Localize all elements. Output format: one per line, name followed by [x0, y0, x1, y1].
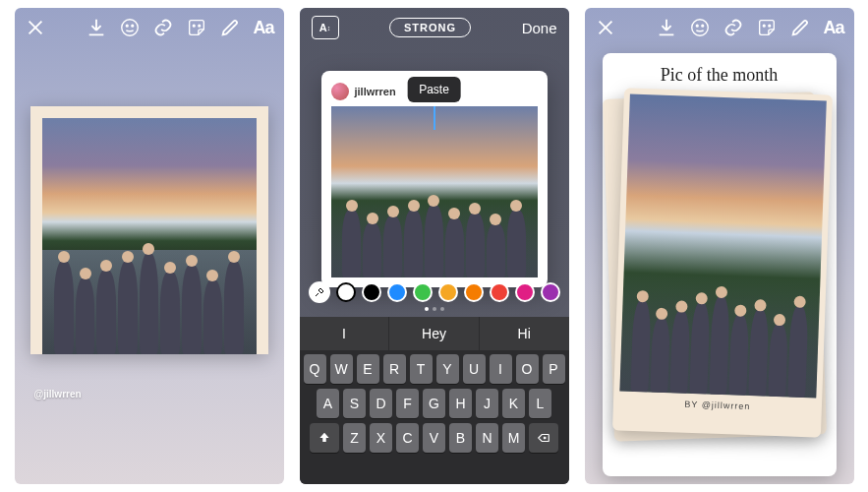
people-silhouettes: [331, 201, 538, 277]
key-g[interactable]: G: [423, 389, 445, 418]
people-silhouettes: [619, 287, 820, 399]
shift-key[interactable]: [310, 423, 339, 453]
svg-point-8: [764, 25, 766, 27]
key-j[interactable]: J: [476, 389, 498, 418]
key-y[interactable]: Y: [436, 354, 459, 384]
backspace-key[interactable]: [529, 423, 558, 453]
draw-icon[interactable]: [219, 17, 241, 38]
people-silhouettes: [42, 248, 257, 354]
key-n[interactable]: N: [476, 423, 498, 453]
svg-point-7: [702, 25, 704, 27]
link-icon[interactable]: [152, 17, 174, 38]
color-picker-row: [300, 281, 569, 303]
done-button[interactable]: Done: [522, 20, 557, 36]
keyboard: QWERTYUIOP ASDFGHJKL ZXCVBNM: [300, 350, 569, 484]
key-v[interactable]: V: [423, 423, 445, 453]
toolbar-right-group: Aa: [656, 17, 843, 38]
sticker-icon[interactable]: [756, 17, 778, 38]
suggestion-1[interactable]: I: [300, 317, 390, 350]
group-photo: [42, 118, 257, 354]
group-photo: [619, 94, 826, 399]
photo-caption: BY @jillwrren: [618, 398, 815, 414]
svg-point-3: [194, 25, 196, 27]
link-icon[interactable]: [723, 17, 744, 38]
story-card: Pic of the month BY @jillwrren: [603, 53, 837, 476]
close-icon[interactable]: [595, 17, 616, 38]
key-w[interactable]: W: [330, 354, 353, 384]
color-swatch[interactable]: [413, 282, 433, 302]
key-o[interactable]: O: [516, 354, 539, 384]
story-text-editor-panel-2: A↕ STRONG Done jillwrren Paste I Hey Hi: [300, 8, 569, 484]
svg-point-1: [127, 25, 129, 27]
user-handle-tag: @jillwrren: [34, 389, 82, 400]
key-r[interactable]: R: [383, 354, 406, 384]
svg-point-9: [769, 25, 771, 27]
username-label: jillwrren: [355, 86, 396, 97]
face-filter-icon[interactable]: [689, 17, 711, 38]
post-photo: [331, 106, 538, 277]
key-c[interactable]: C: [396, 423, 419, 453]
page-dots: [425, 307, 444, 311]
color-swatch[interactable]: [438, 282, 458, 302]
key-a[interactable]: A: [317, 389, 339, 418]
svg-point-5: [692, 20, 709, 36]
key-e[interactable]: E: [357, 354, 379, 384]
download-icon[interactable]: [656, 17, 677, 38]
key-i[interactable]: I: [490, 354, 512, 384]
color-swatch[interactable]: [515, 282, 535, 302]
key-k[interactable]: K: [502, 389, 525, 418]
font-style-selector[interactable]: STRONG: [389, 18, 471, 37]
close-icon[interactable]: [25, 17, 46, 38]
font-size-toggle[interactable]: A↕: [312, 16, 339, 39]
color-swatch[interactable]: [464, 282, 484, 302]
eyedropper-icon[interactable]: [309, 281, 330, 303]
svg-point-4: [199, 25, 201, 27]
key-l[interactable]: L: [529, 389, 551, 418]
frame-front: BY @jillwrren: [611, 88, 832, 437]
editor-toolbar: Aa: [15, 8, 284, 47]
svg-point-6: [697, 25, 699, 27]
suggestion-3[interactable]: Hi: [480, 317, 569, 350]
key-p[interactable]: P: [543, 354, 565, 384]
text-tool-button[interactable]: Aa: [253, 18, 273, 38]
key-q[interactable]: Q: [304, 354, 326, 384]
color-swatch[interactable]: [541, 282, 560, 302]
key-h[interactable]: H: [449, 389, 472, 418]
text-editor-toolbar: A↕ STRONG Done: [300, 8, 569, 47]
key-f[interactable]: F: [396, 389, 419, 418]
svg-point-2: [132, 25, 134, 27]
suggestion-2[interactable]: Hey: [389, 317, 480, 350]
story-editor-panel-3: Aa Pic of the month BY @jillwrren: [585, 8, 854, 484]
key-u[interactable]: U: [463, 354, 486, 384]
avatar: [331, 83, 349, 100]
sticker-icon[interactable]: [186, 17, 207, 38]
toolbar-right-group: Aa: [86, 17, 273, 38]
editor-toolbar: Aa: [585, 8, 854, 47]
key-d[interactable]: D: [370, 389, 392, 418]
story-editor-panel-1: Aa @jillwrren: [15, 8, 284, 484]
key-x[interactable]: X: [370, 423, 392, 453]
key-m[interactable]: M: [502, 423, 525, 453]
download-icon[interactable]: [86, 17, 107, 38]
color-swatch[interactable]: [362, 282, 381, 302]
text-cursor: [434, 106, 435, 130]
face-filter-icon[interactable]: [119, 17, 141, 38]
key-t[interactable]: T: [410, 354, 433, 384]
photo-stack[interactable]: BY @jillwrren: [612, 92, 827, 456]
photo-frame[interactable]: [30, 106, 268, 354]
text-tool-button[interactable]: Aa: [823, 18, 843, 38]
keyboard-suggestions: I Hey Hi: [300, 317, 569, 350]
story-heading[interactable]: Pic of the month: [612, 65, 827, 86]
svg-point-0: [122, 20, 139, 36]
key-s[interactable]: S: [343, 389, 366, 418]
key-z[interactable]: Z: [343, 423, 366, 453]
paste-tooltip[interactable]: Paste: [407, 77, 461, 102]
color-swatch[interactable]: [387, 282, 407, 302]
color-swatch[interactable]: [336, 282, 356, 302]
draw-icon[interactable]: [789, 17, 811, 38]
color-swatch[interactable]: [490, 282, 509, 302]
key-b[interactable]: B: [449, 423, 472, 453]
